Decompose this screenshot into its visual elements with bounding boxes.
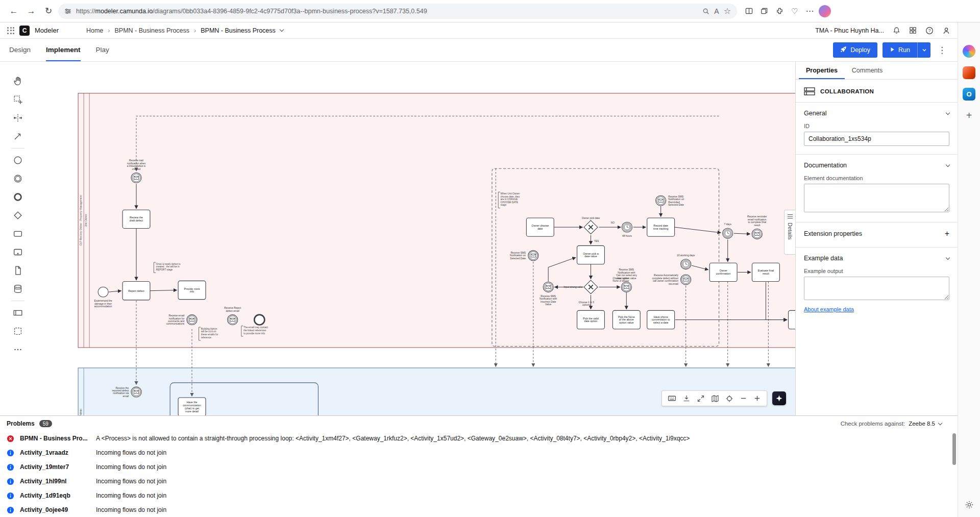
notifications-bell-icon[interactable]	[893, 27, 900, 34]
refresh-icon[interactable]: ↻	[41, 4, 56, 19]
info-icon	[7, 492, 14, 500]
keyboard-shortcuts-icon[interactable]	[668, 394, 676, 403]
data-object-icon[interactable]	[9, 262, 27, 279]
example-output-label: Example output	[804, 268, 949, 274]
problem-row[interactable]: Activity_0ojee49Incoming flows do not jo…	[0, 503, 958, 517]
properties-tabs: Properties Comments	[796, 62, 958, 80]
kebab-menu-icon[interactable]: ⋮	[936, 45, 948, 56]
chevron-down-icon	[946, 110, 950, 114]
browser-menu-icon[interactable]: ⋯	[805, 6, 814, 16]
split-screen-icon[interactable]	[745, 7, 753, 15]
element-id-input[interactable]	[804, 132, 949, 146]
browser-profile-avatar[interactable]	[819, 5, 831, 17]
more-tools-icon[interactable]	[9, 341, 27, 358]
zoom-in-icon[interactable]	[753, 395, 761, 402]
bpmn-diagram-svg[interactable]: CLP Rectory Online - Property Management…	[0, 62, 795, 415]
chevron-down-icon[interactable]	[280, 28, 284, 32]
tab-implement[interactable]: Implement	[46, 39, 81, 61]
task-icon[interactable]	[9, 225, 27, 242]
settings-gear-icon[interactable]	[963, 498, 975, 511]
section-extension-header[interactable]: Extension properties +	[804, 228, 949, 239]
add-extension-property-button[interactable]: +	[945, 230, 949, 238]
engine-version: Zeebe 8.5	[909, 421, 935, 427]
problem-row[interactable]: Activity_1hl99nlIncoming flows do not jo…	[0, 474, 958, 488]
address-bar[interactable]: https://modeler.camunda.io/diagrams/0bb0…	[58, 4, 737, 19]
end-event-icon[interactable]	[9, 188, 27, 206]
space-tool-icon[interactable]	[9, 109, 27, 127]
about-example-data-link[interactable]: About example data	[804, 306, 854, 312]
canvas-toolbar	[662, 390, 786, 406]
svg-text:10 working days: 10 working days	[677, 254, 695, 257]
extensions-icon[interactable]	[776, 7, 783, 15]
ai-copilot-button[interactable]	[772, 391, 786, 405]
problems-title: Problems	[7, 420, 35, 427]
forward-icon[interactable]: →	[23, 4, 39, 19]
start-event-icon[interactable]	[9, 152, 27, 169]
subprocess-icon[interactable]	[9, 243, 27, 261]
example-output-textarea[interactable]	[804, 277, 949, 300]
app-name: Modeler	[35, 27, 59, 34]
run-options-chevron-icon[interactable]	[917, 42, 930, 58]
url-text: https://modeler.camunda.io/diagrams/0bb0…	[76, 8, 698, 15]
run-button[interactable]: Run	[883, 42, 917, 58]
export-icon[interactable]	[682, 395, 691, 403]
back-icon[interactable]: ←	[6, 4, 21, 19]
deploy-button[interactable]: Deploy	[833, 42, 877, 58]
user-profile-icon[interactable]	[942, 27, 950, 35]
site-settings-icon[interactable]	[64, 8, 71, 15]
minimap-icon[interactable]	[711, 395, 719, 403]
error-icon	[7, 435, 14, 442]
data-store-icon[interactable]	[9, 280, 27, 298]
group-icon[interactable]	[9, 323, 27, 340]
chevron-down-icon	[938, 421, 942, 425]
dashboard-grid-icon[interactable]	[909, 27, 917, 34]
engine-selector[interactable]: Check problems against: Zeebe 8.5	[841, 421, 951, 427]
fit-viewport-icon[interactable]	[697, 395, 705, 403]
problem-message: Incoming flows do not join	[96, 478, 951, 485]
app-switcher-icon[interactable]	[7, 27, 14, 34]
tab-design[interactable]: Design	[9, 39, 31, 61]
lasso-tool-icon[interactable]	[9, 91, 27, 108]
section-general-header[interactable]: General	[804, 108, 949, 118]
breadcrumb-diagram[interactable]: BPMN - Business Process	[201, 27, 276, 34]
copilot-icon[interactable]	[963, 45, 975, 58]
section-example-data-header[interactable]: Example data	[804, 253, 949, 263]
reset-zoom-icon[interactable]	[725, 395, 733, 403]
browser-essentials-icon[interactable]: ♡	[791, 7, 798, 16]
gateway-icon[interactable]	[9, 207, 27, 224]
diagram-canvas[interactable]: CLP Rectory Online - Property Management…	[0, 62, 795, 415]
participant-pool-icon[interactable]	[9, 304, 27, 322]
help-icon[interactable]: ?	[925, 27, 934, 35]
svg-text:Record datetime tracking: Record datetime tracking	[653, 224, 669, 230]
breadcrumb-home[interactable]: Home	[86, 27, 103, 34]
hand-tool-icon[interactable]	[9, 72, 27, 90]
problem-element-name: Activity_0ojee49	[20, 506, 90, 513]
tab-play[interactable]: Play	[96, 39, 109, 61]
problem-row[interactable]: BPMN - Business Pro...A <Process> is not…	[0, 431, 958, 446]
tab-properties[interactable]: Properties	[799, 62, 845, 79]
read-aloud-icon[interactable]: A	[714, 7, 719, 15]
global-connect-tool-icon[interactable]	[9, 128, 27, 145]
section-documentation-header[interactable]: Documentation	[804, 160, 949, 170]
details-side-tab[interactable]: Details	[784, 210, 795, 255]
problem-row[interactable]: Activity_1vraadzIncoming flows do not jo…	[0, 446, 958, 460]
intermediate-event-icon[interactable]	[9, 170, 27, 187]
zoom-out-icon[interactable]	[740, 395, 747, 402]
collections-icon[interactable]	[761, 7, 768, 15]
tab-comments[interactable]: Comments	[845, 62, 890, 79]
add-sidebar-app-icon[interactable]: +	[963, 109, 975, 122]
element-documentation-textarea[interactable]	[804, 184, 949, 212]
problem-row[interactable]: Activity_1d91eqbIncoming flows do not jo…	[0, 488, 958, 503]
search-icon[interactable]	[702, 8, 709, 15]
breadcrumb-project[interactable]: BPMN - Business Process	[114, 27, 189, 34]
problem-row[interactable]: Activity_19mter7Incoming flows do not jo…	[0, 460, 958, 474]
play-icon	[890, 46, 895, 54]
outlook-icon[interactable]: O	[963, 88, 975, 101]
scrollbar-thumb[interactable]	[952, 433, 956, 465]
id-label: ID	[804, 123, 949, 129]
problem-message: Incoming flows do not join	[96, 492, 951, 499]
m365-icon[interactable]	[963, 66, 975, 79]
problems-scrollbar[interactable]	[951, 432, 957, 515]
collaboration-icon	[804, 87, 815, 95]
bookmark-star-icon[interactable]: ☆	[724, 6, 731, 16]
